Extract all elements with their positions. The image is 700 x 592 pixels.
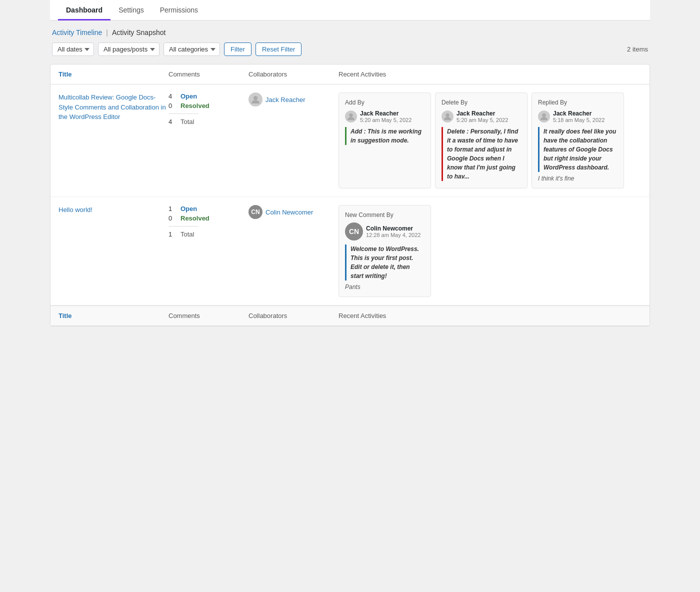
row1-collab-name[interactable]: Jack Reacher xyxy=(266,96,305,104)
activity-avatar: CN xyxy=(345,222,363,240)
row1-activities-cell: Add By Jack Reacher 5:20 am May 5, 2022 xyxy=(338,92,642,188)
table-footer-header: Title Comments Collaborators Recent Acti… xyxy=(50,306,650,326)
row1-comments-cell: 4 Open 0 Resolved 4 Total xyxy=(168,92,248,126)
row2-post-title[interactable]: Hello world! xyxy=(58,206,92,214)
breadcrumb-separator: | xyxy=(106,28,108,36)
row1-open-count: 4 xyxy=(168,92,176,100)
svg-point-3 xyxy=(542,114,546,117)
filter-button[interactable]: Filter xyxy=(224,42,252,56)
footer-comments: Comments xyxy=(168,312,248,320)
row2-total-label: Total xyxy=(180,230,194,238)
activity-extra: Pants xyxy=(345,284,424,290)
row2-open-label: Open xyxy=(180,205,197,212)
svg-point-1 xyxy=(349,114,352,117)
row2-collab-avatar: CN xyxy=(248,205,262,219)
row1-collab-avatar xyxy=(248,92,262,106)
activity-type: Add By xyxy=(345,99,424,106)
activity-card: Delete By Jack Reacher 5:20 am May 5, 20… xyxy=(435,92,528,188)
header-comments: Comments xyxy=(168,70,248,78)
activity-comment: It really does feel like you have the co… xyxy=(538,127,618,172)
activity-user-row: Jack Reacher 5:20 am May 5, 2022 xyxy=(345,110,424,123)
activity-username: Jack Reacher xyxy=(360,110,412,117)
header-recent-activities: Recent Activities xyxy=(338,70,642,78)
activity-avatar xyxy=(345,110,357,122)
tab-dashboard[interactable]: Dashboard xyxy=(58,0,110,20)
svg-point-0 xyxy=(254,96,258,100)
row1-total-count: 4 xyxy=(168,118,176,126)
activity-time: 5:20 am May 5, 2022 xyxy=(456,117,508,123)
activity-time: 12:28 am May 4, 2022 xyxy=(366,232,420,238)
row1-resolved-label: Resolved xyxy=(180,102,210,110)
row2-comments-cell: 1 Open 0 Resolved 1 Total xyxy=(168,205,248,238)
top-navigation: Dashboard Settings Permissions xyxy=(50,0,650,20)
table-row: Multicollab Review: Google Docs-Style Co… xyxy=(50,84,650,197)
activity-comment: Welcome to WordPress. This is your first… xyxy=(345,244,424,280)
row2-total-count: 1 xyxy=(168,230,176,238)
table-row: Hello world! 1 Open 0 Resolved 1 Total xyxy=(50,197,650,306)
row1-comment-divider xyxy=(168,114,198,114)
activity-type: Delete By xyxy=(442,99,521,106)
activity-username: Jack Reacher xyxy=(553,110,604,117)
row2-resolved-count: 0 xyxy=(168,214,176,222)
activity-card: Add By Jack Reacher 5:20 am May 5, 2022 xyxy=(338,92,431,188)
tab-permissions[interactable]: Permissions xyxy=(152,0,206,20)
activity-time: 5:20 am May 5, 2022 xyxy=(360,117,412,123)
row1-open-label: Open xyxy=(180,92,197,100)
dates-filter[interactable]: All dates xyxy=(52,42,94,56)
row1-collaborators-cell: Jack Reacher xyxy=(248,92,338,106)
filter-bar: All dates All pages/posts All categories… xyxy=(50,42,650,64)
activity-username: Colin Newcomer xyxy=(366,225,420,232)
activity-user-row: CN Colin Newcomer 12:28 am May 4, 2022 xyxy=(345,222,424,240)
row1-title-cell: Multicollab Review: Google Docs-Style Co… xyxy=(58,92,168,122)
row1-total-label: Total xyxy=(180,118,194,126)
row1-resolved-count: 0 xyxy=(168,102,176,110)
activity-type: Replied By xyxy=(538,99,618,106)
activity-username: Jack Reacher xyxy=(456,110,508,117)
footer-collaborators: Collaborators xyxy=(248,312,338,320)
row2-open-count: 1 xyxy=(168,205,176,212)
items-count: 2 items xyxy=(627,46,648,53)
breadcrumb: Activity Timeline | Activity Snapshot xyxy=(50,28,650,42)
activity-comment: Delete : Personally, I find it a waste o… xyxy=(442,127,521,181)
row2-comment-divider xyxy=(168,226,198,226)
activity-type: New Comment By xyxy=(345,212,424,218)
row1-post-title[interactable]: Multicollab Review: Google Docs-Style Co… xyxy=(58,94,166,120)
pages-filter[interactable]: All pages/posts xyxy=(98,42,160,56)
tab-settings[interactable]: Settings xyxy=(110,0,152,20)
row2-collab-name[interactable]: Colin Newcomer xyxy=(266,208,313,216)
breadcrumb-link[interactable]: Activity Timeline xyxy=(52,28,102,36)
content-card: Title Comments Collaborators Recent Acti… xyxy=(50,64,650,326)
row2-title-cell: Hello world! xyxy=(58,205,168,215)
activity-user-row: Jack Reacher 5:18 am May 5, 2022 xyxy=(538,110,618,123)
activity-card: Replied By Jack Reacher 5:18 am May 5, 2… xyxy=(532,92,624,188)
footer-title: Title xyxy=(58,312,168,320)
row2-activities-cell: New Comment By CN Colin Newcomer 12:28 a… xyxy=(338,205,642,297)
activity-avatar xyxy=(442,110,454,122)
reset-filter-button[interactable]: Reset Filter xyxy=(256,42,302,56)
footer-recent-activities: Recent Activities xyxy=(338,312,642,320)
table-header: Title Comments Collaborators Recent Acti… xyxy=(50,64,650,84)
activity-time: 5:18 am May 5, 2022 xyxy=(553,117,604,123)
header-title: Title xyxy=(58,70,168,78)
activity-comment: Add : This is me working in suggestion m… xyxy=(345,127,424,145)
svg-point-2 xyxy=(446,114,449,117)
categories-filter[interactable]: All categories xyxy=(164,42,220,56)
row2-collaborators-cell: CN Colin Newcomer xyxy=(248,205,338,219)
breadcrumb-current: Activity Snapshot xyxy=(112,28,166,36)
row2-resolved-label: Resolved xyxy=(180,214,210,222)
activity-user-row: Jack Reacher 5:20 am May 5, 2022 xyxy=(442,110,521,123)
header-collaborators: Collaborators xyxy=(248,70,338,78)
activity-avatar xyxy=(538,110,550,122)
activity-card: New Comment By CN Colin Newcomer 12:28 a… xyxy=(338,205,431,297)
activity-extra: I think it's fine xyxy=(538,175,618,182)
